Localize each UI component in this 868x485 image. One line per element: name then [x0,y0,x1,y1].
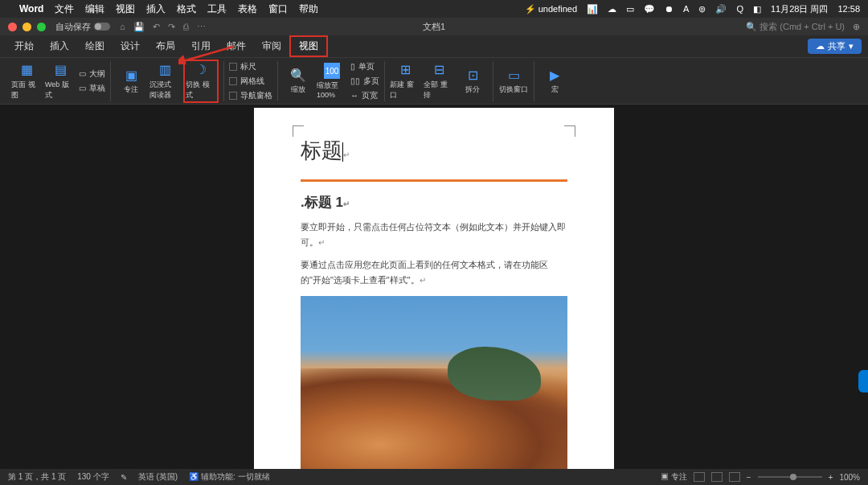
focus-button[interactable]: ▣专注 [116,62,146,101]
redo-icon[interactable]: ↷ [168,22,175,32]
web-view-button[interactable]: ▤Web 版式 [45,62,76,101]
margin-corner [564,125,575,137]
share-button[interactable]: ☁ 共享 ▾ [808,39,862,54]
autosave-label: 自动保存 [55,21,91,33]
page-view-button[interactable]: ▦页面 视图 [11,62,42,101]
group-show: 标尺 网格线 导航窗格 [224,61,278,101]
menu-view[interactable]: 视图 [116,2,135,16]
zoom100-button[interactable]: 100缩放至 100% [317,62,347,101]
collapse-ribbon-icon[interactable]: ⊕ [853,22,860,32]
margin-corner [293,125,304,137]
menu-insert[interactable]: 插入 [146,2,166,16]
undo-icon[interactable]: ↶ [153,22,160,32]
spell-icon[interactable]: ✎ [121,473,127,482]
view-mode-2[interactable] [711,472,723,482]
zoom-level[interactable]: 100% [839,473,860,482]
group-zoom: 🔍缩放 100缩放至 100% ▯ 单页 ▯▯ 多页 ↔ 页宽 [278,61,385,101]
tab-review[interactable]: 审阅 [254,35,289,57]
view-mode-1[interactable] [694,472,705,482]
print-icon[interactable]: ⎙ [183,22,189,32]
doc-para1[interactable]: 要立即开始，只需点击任何占位符文本（例如此文本）并开始键入即可。↵ [301,220,567,249]
minimize-button[interactable] [23,23,31,31]
tab-mailings[interactable]: 邮件 [219,35,254,57]
home-icon[interactable]: ⌂ [120,22,125,32]
volume-icon[interactable]: 🔊 [715,4,727,14]
multi-page-button[interactable]: ▯▯ 多页 [350,75,379,88]
chart-icon[interactable]: 📊 [587,4,598,14]
tab-view[interactable]: 视图 [289,35,328,57]
group-switch: ▭切换窗口 [493,61,534,101]
zoom-out-button[interactable]: − [747,473,751,482]
document-image[interactable] [301,296,567,469]
tab-home[interactable]: 开始 [6,35,42,57]
tab-layout[interactable]: 布局 [148,35,183,57]
date-text[interactable]: 11月28日 周四 [771,3,829,15]
menu-help[interactable]: 帮助 [299,2,318,16]
side-panel-tab[interactable] [858,370,868,393]
document-page[interactable]: 标题↵ .标题 1↵ 要立即开始，只需点击任何占位符文本（例如此文本）并开始键入… [254,108,614,469]
wechat-icon[interactable]: 💬 [644,4,655,14]
search-field[interactable]: 🔍 搜索 (Cmd + Ctrl + U) [746,21,845,33]
doc-title-heading[interactable]: 标题↵ [301,137,567,165]
tab-insert[interactable]: 插入 [42,35,77,57]
window-controls [8,23,46,31]
menu-file[interactable]: 文件 [55,2,74,16]
new-window-icon: ⊞ [397,62,413,78]
web-icon: ▤ [52,62,68,78]
macos-menubar: Word 文件 编辑 视图 插入 格式 工具 表格 窗口 帮助 ⚡ undefi… [0,0,868,18]
record-icon[interactable]: ⏺ [665,4,674,14]
close-button[interactable] [8,23,17,31]
switch-icon: ▭ [506,67,522,83]
control-icon[interactable]: ◧ [753,4,761,14]
focus-mode-button[interactable]: ▣ 专注 [661,471,687,483]
outline-button[interactable]: ▭ 大纲 [79,68,105,80]
word-count[interactable]: 130 个字 [77,471,108,483]
time-text[interactable]: 12:58 [837,4,860,14]
wifi-icon[interactable]: ⊚ [698,4,706,14]
macro-icon: ▶ [547,67,563,83]
input-icon[interactable]: Q [736,4,743,14]
view-mode-3[interactable] [729,472,740,482]
nav-checkbox[interactable]: 导航窗格 [229,89,272,102]
moon-icon: ☽ [193,62,209,78]
switch-window-button[interactable]: ▭切换窗口 [498,62,529,101]
screen-icon[interactable]: ▭ [626,4,634,14]
document-area[interactable]: 标题↵ .标题 1↵ 要立即开始，只需点击任何占位符文本（例如此文本）并开始键入… [0,105,868,469]
a-icon[interactable]: A [683,4,689,14]
macro-button[interactable]: ▶宏 [539,62,570,101]
group-views: ▦页面 视图 ▤Web 版式 ▭ 大纲 ▭ 草稿 [6,61,111,101]
zoom-in-button[interactable]: + [829,473,833,482]
zoom-button[interactable]: 🔍缩放 [283,62,313,101]
tab-references[interactable]: 引用 [183,35,219,57]
immersive-button[interactable]: ▥沉浸式 阅读器 [149,62,180,101]
menu-format[interactable]: 格式 [177,2,196,16]
zoom-slider[interactable] [758,476,822,478]
doc-para2[interactable]: 要通过点击应用您在此页面上看到的任何文本格式，请在功能区的"开始"选项卡上查看"… [301,257,567,287]
menu-tools[interactable]: 工具 [207,2,227,16]
more-icon[interactable]: ⋯ [197,22,206,32]
maximize-button[interactable] [37,23,46,31]
new-window-button[interactable]: ⊞新建 窗口 [390,62,420,101]
menu-edit[interactable]: 编辑 [85,2,104,16]
single-page-button[interactable]: ▯ 单页 [350,60,379,73]
ribbon-view: ▦页面 视图 ▤Web 版式 ▭ 大纲 ▭ 草稿 ▣专注 ▥沉浸式 阅读器 ☽切… [0,58,868,105]
split-button[interactable]: ⊡拆分 [457,62,488,101]
draft-button[interactable]: ▭ 草稿 [79,82,105,95]
language-indicator[interactable]: 英语 (英国) [138,471,178,483]
accessibility-status[interactable]: ♿ 辅助功能: 一切就绪 [189,471,269,483]
save-icon[interactable]: 💾 [133,22,145,32]
switch-mode-button[interactable]: ☽切换 模式 [186,62,216,101]
tab-draw[interactable]: 绘图 [77,35,113,57]
app-name[interactable]: Word [19,3,43,14]
gridlines-checkbox[interactable]: 网格线 [229,75,272,88]
autosave-toggle[interactable] [94,23,110,31]
doc-heading1[interactable]: .标题 1↵ [301,193,567,212]
page-indicator[interactable]: 第 1 页，共 1 页 [8,471,66,483]
cloud-icon[interactable]: ☁ [608,4,616,14]
arrange-all-button[interactable]: ⊟全部 重排 [424,62,454,101]
ruler-checkbox[interactable]: 标尺 [229,60,272,73]
tab-design[interactable]: 设计 [113,35,148,57]
menu-window[interactable]: 窗口 [268,2,288,16]
menu-table[interactable]: 表格 [238,2,257,16]
page-width-button[interactable]: ↔ 页宽 [350,89,379,102]
